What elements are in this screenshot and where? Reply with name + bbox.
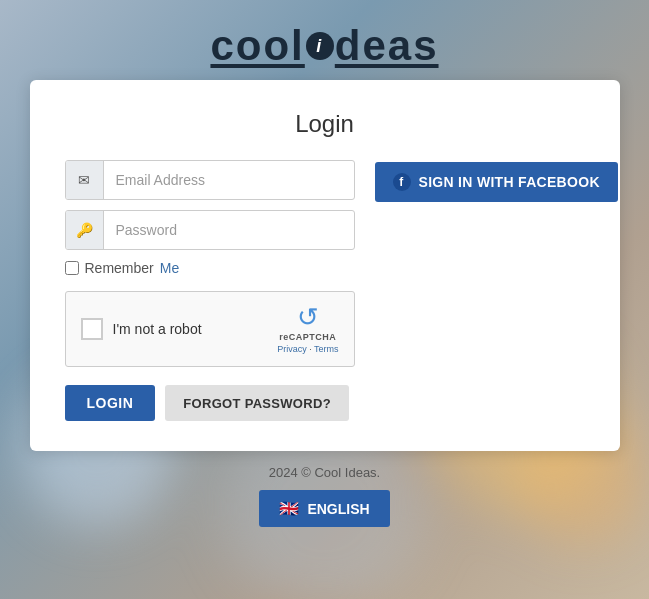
captcha-label: I'm not a robot <box>113 321 202 337</box>
email-input[interactable] <box>104 164 354 196</box>
recaptcha-brand: reCAPTCHA <box>279 332 336 342</box>
terms-link[interactable]: Terms <box>314 344 339 354</box>
logo-prefix: cool <box>210 22 304 70</box>
remember-label: Remember <box>85 260 154 276</box>
email-icon: ✉ <box>66 161 104 199</box>
remember-row: Remember Me <box>65 260 355 276</box>
login-card: Login ✉ 🔑 Remember Me I'm not a robot <box>30 80 620 451</box>
captcha-separator: · <box>307 344 314 354</box>
facebook-signin-button[interactable]: f SIGN IN WITH FACEBOOK <box>375 162 618 202</box>
logo: cooldeas <box>210 22 438 70</box>
card-title: Login <box>65 110 585 138</box>
form-right: f SIGN IN WITH FACEBOOK <box>375 160 618 202</box>
email-input-group: ✉ <box>65 160 355 200</box>
privacy-link[interactable]: Privacy <box>277 344 307 354</box>
flag-icon: 🇬🇧 <box>279 499 299 518</box>
language-label: ENGLISH <box>307 501 369 517</box>
login-button[interactable]: LOGIN <box>65 385 156 421</box>
remember-checkbox[interactable] <box>65 261 79 275</box>
captcha-box: I'm not a robot ↺ reCAPTCHA Privacy · Te… <box>65 291 355 367</box>
password-input-group: 🔑 <box>65 210 355 250</box>
remember-me-link[interactable]: Me <box>160 260 179 276</box>
recaptcha-icon: ↺ <box>297 304 319 330</box>
recaptcha-links: Privacy · Terms <box>277 344 338 354</box>
form-area: ✉ 🔑 Remember Me I'm not a robot ↺ r <box>65 160 585 421</box>
logo-suffix: deas <box>335 22 439 70</box>
captcha-checkbox[interactable] <box>81 318 103 340</box>
language-button[interactable]: 🇬🇧 ENGLISH <box>259 490 389 527</box>
logo-icon <box>306 32 334 60</box>
key-icon: 🔑 <box>66 211 104 249</box>
captcha-right: ↺ reCAPTCHA Privacy · Terms <box>277 304 338 354</box>
facebook-icon: f <box>393 173 411 191</box>
form-left: ✉ 🔑 Remember Me I'm not a robot ↺ r <box>65 160 355 421</box>
forgot-password-button[interactable]: FORGOT PASSWORD? <box>165 385 349 421</box>
password-input[interactable] <box>104 214 354 246</box>
buttons-row: LOGIN FORGOT PASSWORD? <box>65 385 355 421</box>
captcha-left: I'm not a robot <box>81 318 202 340</box>
footer-copyright: 2024 © Cool Ideas. <box>269 465 380 480</box>
facebook-button-label: SIGN IN WITH FACEBOOK <box>419 174 600 190</box>
header: cooldeas <box>210 0 438 80</box>
